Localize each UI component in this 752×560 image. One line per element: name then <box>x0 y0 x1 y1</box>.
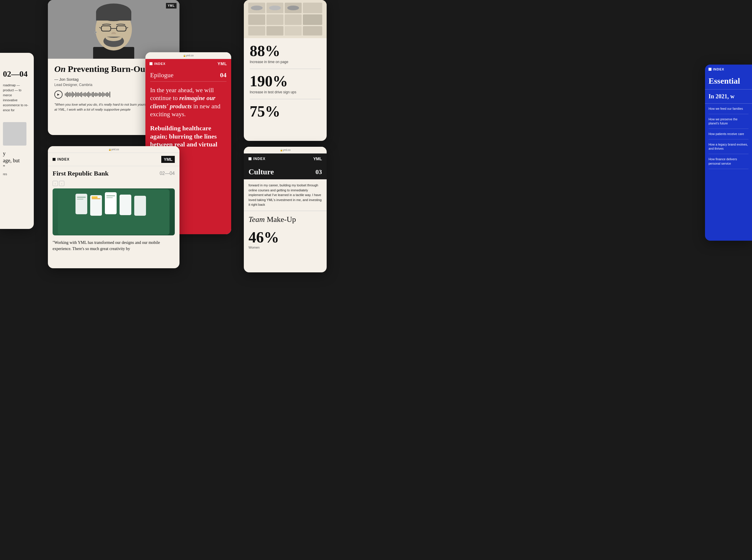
card-culture-nav: INDEX YML <box>244 154 327 164</box>
waveform <box>65 92 110 97</box>
car-grid-svg <box>247 1 323 37</box>
card-culture-yml: YML <box>313 156 322 161</box>
svg-rect-26 <box>266 26 284 36</box>
svg-rect-41 <box>106 195 115 196</box>
stat3-number: 75% <box>250 104 321 119</box>
svg-rect-24 <box>303 14 322 25</box>
svg-rect-21 <box>248 14 265 25</box>
card-essential-index: INDEX <box>709 67 725 71</box>
page-next[interactable]: › <box>59 181 64 186</box>
svg-rect-25 <box>248 26 265 36</box>
list-item-5: How finance delivers personal service <box>709 157 749 169</box>
svg-rect-42 <box>106 197 113 198</box>
card-culture-text: forward in my career, building my toolse… <box>244 179 327 211</box>
card-culture-chapter: Culture 03 <box>244 164 327 179</box>
card-frb-header: First Republic Bank 02—04 <box>48 166 179 181</box>
card-culture-url: yml.co <box>283 148 290 152</box>
svg-rect-38 <box>77 197 86 198</box>
list-item-3: How patients receive care <box>709 132 749 139</box>
culture-chapter-num: 03 <box>315 168 322 176</box>
nav-square-icon <box>150 62 152 65</box>
stat2-label: Increase in test drive sign ups <box>250 90 321 99</box>
card-frb-index: INDEX <box>53 157 70 161</box>
card-frb-url: yml.co <box>111 148 119 151</box>
card-epilogue-url: yml.co <box>186 54 194 57</box>
svg-rect-23 <box>285 14 302 25</box>
portrait-svg <box>48 0 179 59</box>
svg-rect-39 <box>77 199 83 200</box>
card-essential: INDEX Essential In 2021, w How we feed o… <box>705 64 752 241</box>
card-epilogue-topbar: 🔒 yml.co <box>146 52 231 59</box>
card-culture-stat-label: Women <box>244 246 327 249</box>
play-button[interactable]: ▶ <box>54 91 62 99</box>
card-stats-image <box>244 0 327 38</box>
chapter-name: Epilogue <box>150 71 173 79</box>
svg-rect-40 <box>92 198 100 199</box>
card-essential-list: How we feed our families How we preserve… <box>705 104 752 175</box>
svg-point-30 <box>269 5 281 10</box>
card-left-number: 02—04 <box>3 69 31 79</box>
card-left-partial: 02—04 roadmap —product — tomerceinnovati… <box>0 53 34 229</box>
card-culture-topbar: 🔒 yml.co <box>244 147 327 154</box>
team-italic: Team <box>249 215 265 224</box>
card-left-small-text: res <box>0 171 34 178</box>
card-left-text: roadmap —product — tomerceinnovativeecom… <box>3 83 31 113</box>
stat1-label: Increase in time on page <box>250 60 321 69</box>
card-culture-index: INDEX <box>249 157 266 161</box>
list-item-1: How we feed our families <box>709 106 749 114</box>
card-frb-bankname: First Republic Bank <box>53 169 109 177</box>
card-essential-title: Essential <box>705 74 752 89</box>
nav-square-essential-icon <box>709 68 711 71</box>
svg-rect-43 <box>92 196 98 198</box>
card-essential-in2021: In 2021, w <box>705 89 752 104</box>
lock-icon: 🔒 <box>183 54 186 57</box>
yml-logo: YML <box>166 3 176 8</box>
card-essential-nav: INDEX <box>705 64 752 74</box>
svg-point-31 <box>287 5 299 10</box>
card-epilogue-chapter: Epilogue 04 <box>150 71 227 82</box>
page-prev[interactable]: ‹ <box>53 181 58 186</box>
card-stats: 88% Increase in time on page 190% Increa… <box>244 0 327 141</box>
card-frb-topbar: 🔒 yml.co <box>48 146 179 153</box>
nav-square-dark-icon <box>53 158 56 161</box>
card-jon-photo: YML <box>48 0 179 59</box>
svg-rect-37 <box>134 196 146 216</box>
svg-rect-22 <box>266 14 284 25</box>
card-frb-pagination: ‹ › <box>48 181 179 188</box>
svg-rect-36 <box>119 195 131 215</box>
card-epilogue-index: INDEX <box>150 62 166 65</box>
card-frb-quote: "Working with YML has transformed our de… <box>48 235 179 252</box>
card-frb-image <box>53 188 175 235</box>
card-culture-team-title: Team Make-Up <box>244 211 327 227</box>
stat2-number: 190% <box>250 74 321 89</box>
card-left-big-text: yage, but" <box>0 150 34 171</box>
card-frb-chapnum: 02—04 <box>159 171 175 176</box>
card-left-image <box>3 122 26 145</box>
card-epilogue-body: In the year ahead, we will continue to r… <box>150 86 227 118</box>
svg-rect-20 <box>303 3 322 13</box>
svg-rect-6 <box>96 12 131 21</box>
svg-rect-27 <box>285 26 302 36</box>
stat1-number: 88% <box>250 43 321 59</box>
svg-point-15 <box>95 32 97 33</box>
card-stats-body: 88% Increase in time on page 190% Increa… <box>244 38 327 126</box>
list-item-4: How a legacy brand evolves, and thrives <box>709 142 749 154</box>
card-frb-yml: YML <box>161 156 175 163</box>
phone-mockups-svg <box>58 189 170 235</box>
chapter-num: 04 <box>220 71 227 79</box>
card-frb: 🔒 yml.co INDEX YML First Republic Bank 0… <box>48 146 179 268</box>
card-frb-nav: INDEX YML <box>48 153 179 166</box>
card-culture-stat-num: 46% <box>244 227 327 246</box>
title-italic: On <box>54 64 65 74</box>
culture-chapter-name: Culture <box>249 167 274 176</box>
card-epilogue-nav: INDEX YML <box>146 59 231 68</box>
nav-square-white-icon <box>249 157 251 160</box>
lock-icon-3: 🔒 <box>280 149 283 152</box>
card-epilogue-yml: YML <box>217 61 227 66</box>
list-item-2: How we preserve the planet's future <box>709 117 749 129</box>
svg-rect-28 <box>303 26 322 36</box>
lock-icon-2: 🔒 <box>109 148 111 151</box>
card-culture: 🔒 yml.co INDEX YML Culture 03 forward in… <box>244 147 327 272</box>
svg-point-29 <box>251 5 263 10</box>
